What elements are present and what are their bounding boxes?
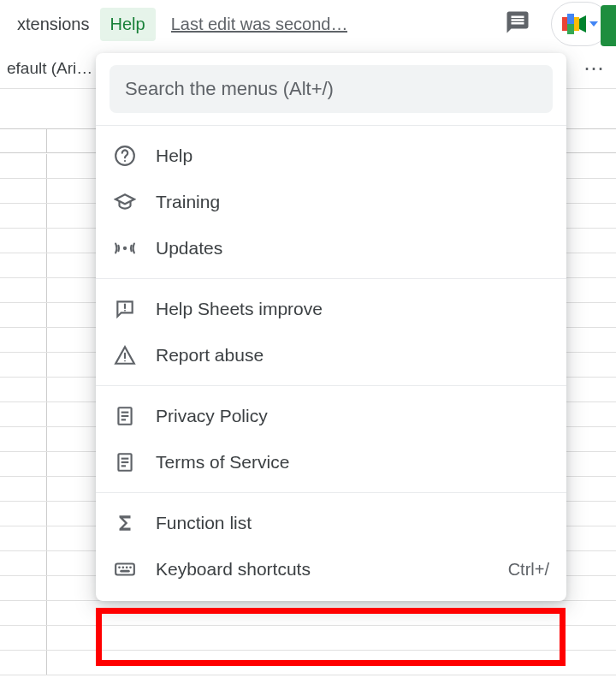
feedback-icon xyxy=(113,297,137,321)
menu-extensions[interactable]: xtensions xyxy=(7,8,100,41)
chevron-down-icon xyxy=(589,21,598,27)
shortcut-hint: Ctrl+/ xyxy=(508,560,549,580)
help-menuitem-privacy[interactable]: Privacy Policy xyxy=(96,393,566,439)
menuitem-label: Help Sheets improve xyxy=(156,299,323,319)
last-edit-link[interactable]: Last edit was second… xyxy=(171,15,348,34)
svg-rect-0 xyxy=(562,17,567,31)
menuitem-label: Training xyxy=(156,192,220,212)
document-icon xyxy=(113,404,137,428)
svg-point-6 xyxy=(124,160,126,162)
share-button[interactable] xyxy=(601,5,616,46)
svg-rect-3 xyxy=(574,17,579,31)
top-right-controls xyxy=(505,2,609,46)
help-menuitem-function-list[interactable]: Function list xyxy=(96,500,566,546)
menu-search-input[interactable] xyxy=(125,78,537,100)
meet-icon xyxy=(562,14,586,34)
menuitem-label: Keyboard shortcuts xyxy=(156,559,311,580)
help-menuitem-help[interactable]: Help xyxy=(96,133,566,179)
question-circle-icon xyxy=(113,144,137,168)
keyboard-icon xyxy=(113,557,137,581)
menuitem-label: Function list xyxy=(156,513,252,533)
help-menuitem-training[interactable]: Training xyxy=(96,179,566,225)
graduation-cap-icon xyxy=(113,190,137,214)
svg-rect-2 xyxy=(567,24,574,34)
menuitem-label: Report abuse xyxy=(156,345,264,366)
menuitem-label: Terms of Service xyxy=(156,452,289,473)
help-menuitem-improve[interactable]: Help Sheets improve xyxy=(96,286,566,332)
svg-point-11 xyxy=(124,360,126,362)
sigma-icon xyxy=(113,511,137,535)
warning-icon xyxy=(113,343,137,367)
font-selector[interactable]: efault (Ari… xyxy=(7,59,92,78)
document-icon xyxy=(113,450,137,474)
svg-rect-1 xyxy=(567,14,574,24)
menuitem-label: Privacy Policy xyxy=(156,406,268,426)
svg-point-7 xyxy=(123,247,127,250)
antenna-icon xyxy=(113,236,137,260)
svg-marker-4 xyxy=(579,15,586,33)
menu-bar: xtensions Help Last edit was second… xyxy=(0,0,616,48)
more-icon[interactable]: ⋯ xyxy=(583,56,606,80)
menuitem-label: Help xyxy=(156,146,192,166)
help-menuitem-keyboard-shortcuts[interactable]: Keyboard shortcuts Ctrl+/ xyxy=(96,546,566,592)
menuitem-label: Updates xyxy=(156,238,222,259)
help-menuitem-terms[interactable]: Terms of Service xyxy=(96,439,566,485)
help-menuitem-report-abuse[interactable]: Report abuse xyxy=(96,332,566,378)
help-menuitem-updates[interactable]: Updates xyxy=(96,225,566,271)
menu-help[interactable]: Help xyxy=(100,8,156,41)
svg-rect-20 xyxy=(116,564,134,575)
menu-search[interactable] xyxy=(110,65,553,113)
comments-icon[interactable] xyxy=(505,9,530,39)
help-dropdown: Help Training Updates Help Sheets improv… xyxy=(96,53,566,601)
svg-point-9 xyxy=(124,310,126,312)
